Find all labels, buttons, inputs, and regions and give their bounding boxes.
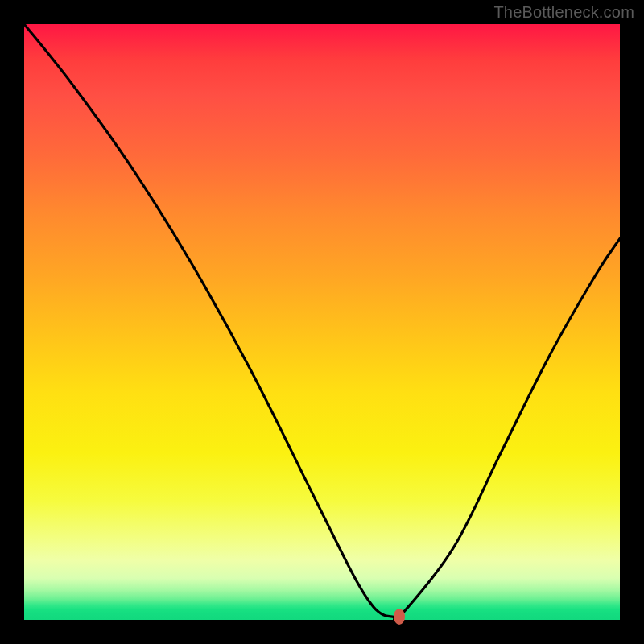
- chart-frame: TheBottleneck.com: [0, 0, 644, 644]
- watermark-text: TheBottleneck.com: [493, 3, 634, 22]
- bottleneck-curve: [24, 24, 620, 620]
- curve-svg: [24, 24, 620, 620]
- bottleneck-marker: [394, 609, 405, 625]
- gradient-plot-area: [24, 24, 620, 620]
